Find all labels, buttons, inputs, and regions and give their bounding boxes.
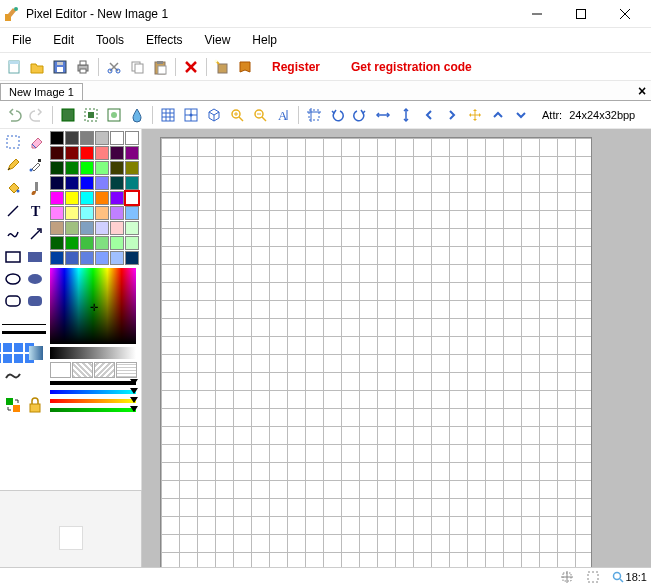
line-width-thin[interactable] [2, 321, 46, 327]
palette-swatch[interactable] [65, 236, 79, 250]
pixel-canvas[interactable] [160, 137, 592, 569]
color-palette-grid[interactable] [50, 131, 139, 265]
close-button[interactable] [603, 0, 647, 28]
palette-swatch[interactable] [50, 176, 64, 190]
palette-swatch[interactable] [95, 221, 109, 235]
move-right-button[interactable] [442, 105, 462, 125]
flip-v-button[interactable] [396, 105, 416, 125]
palette-swatch[interactable] [110, 161, 124, 175]
brush-preset-tool[interactable] [2, 365, 24, 385]
crop-button[interactable] [304, 105, 324, 125]
palette-swatch[interactable] [95, 176, 109, 190]
open-file-button[interactable] [27, 57, 47, 77]
palette-swatch[interactable] [50, 131, 64, 145]
gradient-preset[interactable] [50, 390, 136, 396]
palette-swatch[interactable] [80, 161, 94, 175]
text-tool-button[interactable]: A [273, 105, 293, 125]
palette-swatch[interactable] [95, 191, 109, 205]
palette-swatch[interactable] [125, 206, 139, 220]
menu-view[interactable]: View [195, 30, 241, 50]
menu-edit[interactable]: Edit [43, 30, 84, 50]
pattern-diag1[interactable] [72, 362, 93, 378]
roundrect-outline-tool[interactable] [2, 291, 24, 311]
palette-swatch[interactable] [95, 236, 109, 250]
save-button[interactable] [50, 57, 70, 77]
fill-tool[interactable] [2, 177, 24, 199]
move-up-button[interactable] [488, 105, 508, 125]
layer-1-button[interactable] [58, 105, 78, 125]
palette-swatch[interactable] [80, 146, 94, 160]
palette-swatch[interactable] [65, 146, 79, 160]
palette-swatch[interactable] [95, 146, 109, 160]
palette-swatch[interactable] [50, 191, 64, 205]
palette-swatch[interactable] [80, 206, 94, 220]
menu-file[interactable]: File [2, 30, 41, 50]
grid-center-button[interactable] [181, 105, 201, 125]
palette-swatch[interactable] [50, 236, 64, 250]
move-left-button[interactable] [419, 105, 439, 125]
eyedropper-tool[interactable] [25, 154, 47, 176]
zoom-in-button[interactable] [227, 105, 247, 125]
palette-swatch[interactable] [95, 206, 109, 220]
palette-swatch[interactable] [65, 221, 79, 235]
help-button[interactable] [235, 57, 255, 77]
palette-swatch[interactable] [125, 131, 139, 145]
palette-swatch[interactable] [50, 161, 64, 175]
palette-swatch[interactable] [125, 236, 139, 250]
palette-swatch[interactable] [110, 236, 124, 250]
move-all-button[interactable] [465, 105, 485, 125]
palette-swatch[interactable] [65, 131, 79, 145]
brush-tool[interactable] [25, 177, 47, 199]
palette-swatch[interactable] [125, 161, 139, 175]
rotate-right-button[interactable] [350, 105, 370, 125]
grid-3d-button[interactable] [204, 105, 224, 125]
print-button[interactable] [73, 57, 93, 77]
palette-swatch[interactable] [80, 236, 94, 250]
palette-swatch[interactable] [95, 131, 109, 145]
color-gradient-picker[interactable]: ✛ [50, 268, 136, 344]
palette-swatch[interactable] [80, 131, 94, 145]
wizard-button[interactable] [212, 57, 232, 77]
get-registration-code-link[interactable]: Get registration code [351, 60, 472, 74]
cut-button[interactable] [104, 57, 124, 77]
ellipse-fill-tool[interactable] [25, 269, 47, 289]
gradient-preset[interactable] [50, 381, 136, 387]
new-file-button[interactable] [4, 57, 24, 77]
menu-effects[interactable]: Effects [136, 30, 192, 50]
palette-swatch[interactable] [110, 131, 124, 145]
roundrect-fill-tool[interactable] [25, 291, 47, 311]
palette-swatch[interactable] [65, 206, 79, 220]
palette-swatch[interactable] [80, 251, 94, 265]
palette-swatch[interactable] [125, 191, 139, 205]
menu-tools[interactable]: Tools [86, 30, 134, 50]
lock-tool[interactable] [25, 395, 47, 415]
menu-help[interactable]: Help [242, 30, 287, 50]
brightness-slider[interactable] [50, 347, 136, 359]
droplet-button[interactable] [127, 105, 147, 125]
palette-swatch[interactable] [80, 191, 94, 205]
palette-swatch[interactable] [65, 161, 79, 175]
color-replace-tool[interactable] [2, 395, 24, 415]
palette-swatch[interactable] [125, 221, 139, 235]
rect-fill-tool[interactable] [25, 247, 47, 267]
canvas-scroll[interactable] [142, 129, 651, 570]
fill-pattern-row[interactable] [50, 362, 139, 378]
paste-button[interactable] [150, 57, 170, 77]
palette-swatch[interactable] [50, 206, 64, 220]
document-tab[interactable]: New Image 1 [0, 83, 83, 100]
pattern-diag2[interactable] [94, 362, 115, 378]
palette-swatch[interactable] [110, 251, 124, 265]
palette-swatch[interactable] [95, 161, 109, 175]
delete-button[interactable] [181, 57, 201, 77]
layer-2-button[interactable] [81, 105, 101, 125]
layer-3-button[interactable] [104, 105, 124, 125]
minimize-button[interactable] [515, 0, 559, 28]
tab-close-button[interactable]: × [633, 83, 651, 99]
palette-swatch[interactable] [80, 176, 94, 190]
palette-swatch[interactable] [65, 191, 79, 205]
palette-swatch[interactable] [50, 146, 64, 160]
redo-button[interactable] [27, 105, 47, 125]
palette-swatch[interactable] [110, 221, 124, 235]
palette-swatch[interactable] [110, 206, 124, 220]
move-down-button[interactable] [511, 105, 531, 125]
